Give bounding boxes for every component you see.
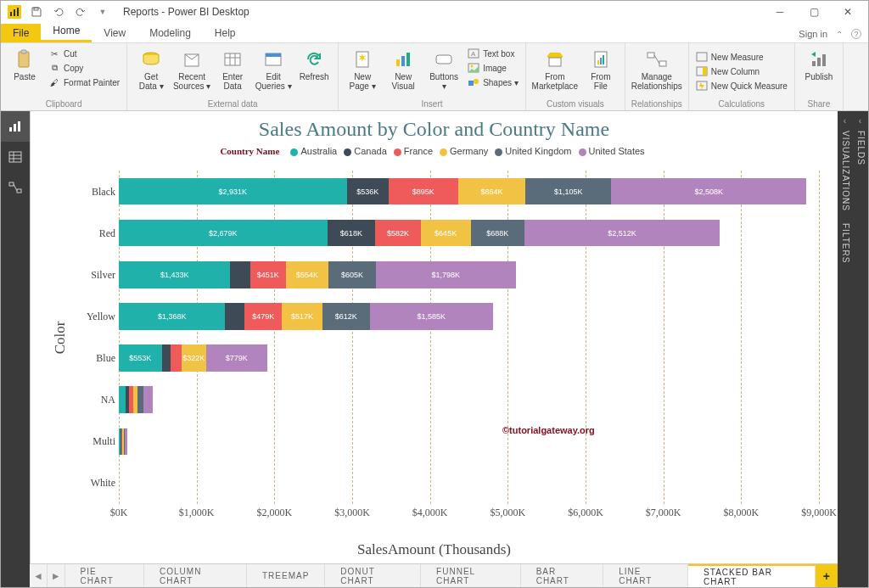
- qat-dropdown-icon[interactable]: ▼: [93, 2, 113, 22]
- tab-home[interactable]: Home: [41, 21, 92, 42]
- refresh-button[interactable]: Refresh: [294, 45, 334, 81]
- bar-segment[interactable]: $582K: [375, 220, 420, 246]
- tab-help[interactable]: Help: [203, 24, 248, 42]
- close-button[interactable]: ✕: [831, 1, 865, 23]
- bar-segment[interactable]: [230, 261, 250, 288]
- ribbon-collapse-icon[interactable]: ⌃: [836, 30, 843, 39]
- new-visual-icon: [392, 48, 414, 70]
- bar-segment[interactable]: $688K: [471, 220, 524, 246]
- chevron-left-icon[interactable]: ‹: [844, 116, 847, 126]
- report-canvas[interactable]: Sales Amount by Color and Country Name C…: [30, 111, 838, 563]
- get-data-button[interactable]: Get Data ▾: [131, 45, 171, 91]
- report-view-icon[interactable]: [1, 111, 30, 142]
- page-tab[interactable]: BAR CHART: [521, 564, 604, 587]
- legend-item[interactable]: Canada: [344, 146, 387, 156]
- manage-relationships-button[interactable]: Manage Relationships: [629, 45, 685, 91]
- bar-segment[interactable]: $895K: [389, 178, 458, 204]
- new-measure-button[interactable]: New Measure: [692, 50, 791, 64]
- bar-segment[interactable]: $2,512K: [524, 220, 720, 246]
- save-icon[interactable]: [26, 2, 47, 22]
- bar-segment[interactable]: [225, 303, 244, 329]
- format-painter-button[interactable]: 🖌Format Painter: [45, 76, 123, 89]
- svg-rect-31: [603, 55, 604, 64]
- page-tab[interactable]: FUNNEL CHART: [421, 564, 521, 587]
- minimize-button[interactable]: ─: [763, 1, 797, 23]
- recent-sources-button[interactable]: Recent Sources ▾: [171, 45, 212, 91]
- buttons-button[interactable]: Buttons ▾: [423, 45, 464, 91]
- tab-modeling[interactable]: Modeling: [137, 24, 203, 42]
- bar-segment[interactable]: $451K: [250, 261, 285, 288]
- text-box-button[interactable]: AText box: [464, 47, 522, 60]
- publish-button[interactable]: Publish: [799, 45, 839, 81]
- bar-segment[interactable]: $2,679K: [119, 220, 328, 246]
- bar-segment[interactable]: $864K: [458, 178, 525, 204]
- bar-segment[interactable]: $322K: [182, 344, 207, 371]
- tab-file[interactable]: File: [1, 24, 41, 42]
- redo-icon[interactable]: [70, 2, 91, 22]
- page-tab[interactable]: LINE CHART: [603, 564, 688, 587]
- bar-segment[interactable]: $618K: [328, 220, 376, 246]
- data-view-icon[interactable]: [1, 142, 30, 172]
- cut-button[interactable]: ✂Cut: [45, 47, 123, 60]
- maximize-button[interactable]: ▢: [797, 1, 831, 23]
- bar-segment[interactable]: $479K: [244, 303, 282, 329]
- bar-segment[interactable]: [119, 386, 126, 412]
- new-column-button[interactable]: New Column: [692, 64, 791, 78]
- bar-segment[interactable]: $612K: [322, 303, 370, 329]
- bar-segment[interactable]: $645K: [421, 220, 471, 246]
- fields-pane-collapsed[interactable]: ‹ FIELDS: [853, 111, 868, 587]
- legend-item[interactable]: France: [394, 146, 433, 156]
- page-tab[interactable]: TREEMAP: [247, 564, 325, 587]
- image-button[interactable]: Image: [464, 61, 522, 75]
- chevron-left-icon[interactable]: ‹: [859, 116, 862, 126]
- enter-data-button[interactable]: Enter Data: [212, 45, 253, 91]
- bar-segment[interactable]: [171, 344, 182, 371]
- svg-rect-4: [34, 8, 38, 10]
- svg-rect-19: [406, 53, 410, 66]
- bar-segment[interactable]: $1,368K: [119, 303, 225, 329]
- bar-segment[interactable]: $779K: [206, 344, 266, 371]
- bar-segment[interactable]: $1,433K: [119, 261, 230, 288]
- tabs-scroll-left[interactable]: ◄: [30, 564, 48, 587]
- bar-segment[interactable]: $605K: [328, 261, 375, 288]
- page-tab[interactable]: COLUMN CHART: [144, 564, 247, 587]
- bar-segment[interactable]: $2,931K: [119, 178, 347, 204]
- page-tab[interactable]: STACKED BAR CHART: [688, 564, 816, 587]
- bar-segment[interactable]: $553K: [119, 344, 162, 371]
- bar-segment[interactable]: [143, 386, 153, 412]
- edit-queries-button[interactable]: Edit Queries ▾: [253, 45, 294, 91]
- help-icon[interactable]: ?: [851, 29, 861, 39]
- model-view-icon[interactable]: [1, 172, 30, 203]
- from-marketplace-button[interactable]: From Marketplace: [530, 45, 580, 91]
- copy-button[interactable]: ⧉Copy: [45, 61, 123, 75]
- shapes-button[interactable]: Shapes ▾: [464, 76, 522, 89]
- new-page-button[interactable]: ✶New Page ▾: [342, 45, 383, 91]
- legend-item[interactable]: United States: [579, 146, 645, 156]
- bar-segment[interactable]: $536K: [347, 178, 389, 204]
- bar-segment[interactable]: $554K: [286, 261, 329, 288]
- paste-button[interactable]: Paste: [4, 45, 45, 81]
- bar-segment[interactable]: $1,105K: [525, 178, 611, 204]
- visualizations-pane-collapsed[interactable]: ‹ VISUALIZATIONS FILTERS: [838, 111, 853, 587]
- svg-rect-41: [822, 54, 826, 66]
- from-file-button[interactable]: From File: [580, 45, 621, 91]
- bar-segment[interactable]: [162, 344, 171, 371]
- legend-item[interactable]: United Kingdom: [495, 146, 571, 156]
- tab-view[interactable]: View: [92, 24, 137, 42]
- new-visual-button[interactable]: New Visual: [383, 45, 423, 91]
- signin-link[interactable]: Sign in: [799, 29, 827, 39]
- legend-item[interactable]: Germany: [440, 146, 488, 156]
- bar-segment[interactable]: [125, 428, 126, 455]
- add-page-button[interactable]: +: [816, 564, 838, 587]
- new-quick-measure-button[interactable]: New Quick Measure: [692, 79, 791, 92]
- bar-segment[interactable]: $1,585K: [370, 303, 493, 329]
- undo-icon[interactable]: [48, 2, 69, 22]
- page-tab[interactable]: PIE CHART: [65, 564, 144, 587]
- legend-item[interactable]: Australia: [290, 146, 337, 156]
- bar-segment[interactable]: $517K: [282, 303, 322, 329]
- legend-swatch: [290, 148, 298, 156]
- page-tab[interactable]: DONUT CHART: [325, 564, 421, 587]
- bar-segment[interactable]: $2,508K: [611, 178, 806, 204]
- tabs-scroll-right[interactable]: ►: [48, 564, 65, 587]
- bar-segment[interactable]: $1,798K: [376, 261, 516, 288]
